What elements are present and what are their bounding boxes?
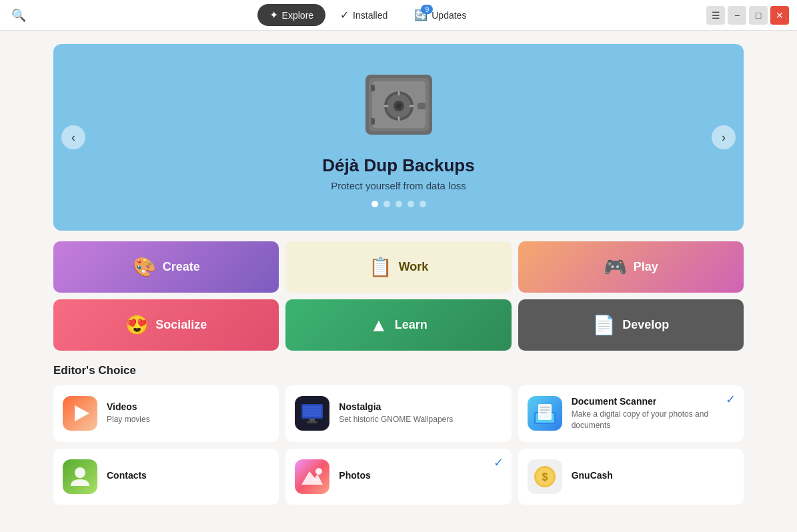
app-info-gnucash: GnuCash bbox=[572, 470, 734, 483]
play-icon: 🎮 bbox=[604, 256, 627, 278]
svg-rect-20 bbox=[303, 415, 321, 416]
updates-tab[interactable]: 🔄 9 Updates bbox=[402, 4, 478, 26]
app-name-contacts: Contacts bbox=[107, 470, 269, 481]
close-button[interactable]: ✕ bbox=[770, 6, 789, 25]
svg-rect-28 bbox=[540, 412, 547, 413]
titlebar-right: ☰ − □ ✕ bbox=[706, 6, 789, 25]
app-info-contacts: Contacts bbox=[107, 470, 269, 483]
dot-4[interactable] bbox=[408, 201, 414, 207]
titlebar-center: ✦ Explore ✓ Installed 🔄 9 Updates bbox=[257, 4, 479, 26]
app-icon-gnucash: $ bbox=[528, 459, 562, 494]
installed-tab[interactable]: ✓ Installed bbox=[328, 4, 400, 26]
app-card-videos[interactable]: Videos Play movies bbox=[53, 385, 279, 442]
svg-rect-18 bbox=[303, 409, 321, 411]
svg-rect-19 bbox=[303, 412, 321, 413]
hero-subtitle: Protect yourself from data loss bbox=[331, 180, 466, 191]
apps-grid: Videos Play movies bbox=[53, 385, 744, 505]
app-name-photos: Photos bbox=[339, 470, 502, 481]
category-learn[interactable]: ▲ Learn bbox=[285, 299, 511, 351]
hero-next-button[interactable]: › bbox=[712, 125, 736, 149]
app-name-nostalgia: Nostalgia bbox=[339, 401, 502, 412]
app-icon-contacts bbox=[63, 459, 97, 494]
dot-3[interactable] bbox=[395, 201, 402, 207]
svg-rect-26 bbox=[540, 407, 550, 408]
app-desc-docscanner: Make a digital copy of your photos and d… bbox=[572, 409, 734, 431]
app-desc-videos: Play movies bbox=[107, 414, 269, 425]
app-icon-docscanner bbox=[528, 396, 562, 431]
updates-badge-wrap: 🔄 9 bbox=[414, 9, 428, 21]
app-desc-nostalgia: Set historic GNOME Wallpapers bbox=[339, 414, 502, 425]
hero-dots bbox=[371, 201, 426, 207]
category-work[interactable]: 📋 Work bbox=[285, 241, 511, 293]
dot-2[interactable] bbox=[383, 201, 390, 207]
app-info-photos: Photos bbox=[339, 470, 502, 483]
menu-button[interactable]: ☰ bbox=[706, 6, 725, 25]
editors-choice-title: Editor's Choice bbox=[53, 364, 744, 377]
category-develop[interactable]: 📄 Develop bbox=[518, 299, 744, 351]
category-play[interactable]: 🎮 Play bbox=[518, 241, 744, 293]
hero-prev-button[interactable]: ‹ bbox=[61, 125, 85, 149]
dot-1[interactable] bbox=[371, 201, 378, 207]
app-card-nostalgia[interactable]: Nostalgia Set historic GNOME Wallpapers bbox=[285, 385, 511, 442]
app-name-docscanner: Document Scanner bbox=[572, 396, 734, 407]
app-name-gnucash: GnuCash bbox=[572, 470, 734, 481]
app-card-gnucash[interactable]: $ GnuCash bbox=[518, 449, 744, 505]
svg-marker-14 bbox=[75, 405, 89, 421]
create-icon: 🎨 bbox=[133, 256, 156, 278]
work-label: Work bbox=[399, 260, 429, 274]
main-content: ‹ Déjà Dup Backups Prote bbox=[0, 31, 797, 532]
updates-badge: 9 bbox=[421, 5, 433, 14]
svg-point-6 bbox=[396, 103, 402, 109]
explore-tab[interactable]: ✦ Explore bbox=[257, 4, 325, 26]
app-icon-photos bbox=[295, 459, 329, 494]
installed-check-photos: ✓ bbox=[494, 455, 504, 470]
category-create[interactable]: 🎨 Create bbox=[53, 241, 279, 293]
svg-rect-27 bbox=[540, 409, 550, 411]
installed-label: Installed bbox=[353, 10, 387, 21]
titlebar: 🔍 ✦ Explore ✓ Installed 🔄 9 Updates ☰ − … bbox=[0, 0, 797, 31]
learn-icon: ▲ bbox=[369, 315, 388, 336]
app-card-contacts[interactable]: Contacts ✓ bbox=[53, 449, 279, 505]
svg-rect-11 bbox=[418, 103, 426, 109]
titlebar-left: 🔍 bbox=[8, 5, 29, 26]
categories-grid: 🎨 Create 📋 Work 🎮 Play 😍 Socialize ▲ Lea… bbox=[53, 241, 744, 351]
svg-text:$: $ bbox=[542, 471, 548, 483]
svg-rect-17 bbox=[303, 407, 321, 408]
socialize-label: Socialize bbox=[155, 318, 207, 332]
dot-5[interactable] bbox=[420, 201, 426, 207]
app-name-videos: Videos bbox=[107, 401, 269, 412]
develop-label: Develop bbox=[622, 318, 669, 332]
svg-rect-13 bbox=[371, 118, 375, 125]
app-card-docscanner[interactable]: Document Scanner Make a digital copy of … bbox=[518, 385, 744, 442]
explore-label: Explore bbox=[282, 10, 313, 21]
category-socialize[interactable]: 😍 Socialize bbox=[53, 299, 279, 351]
svg-point-29 bbox=[75, 467, 85, 478]
search-button[interactable]: 🔍 bbox=[8, 5, 29, 26]
socialize-icon: 😍 bbox=[125, 314, 149, 336]
updates-label: Updates bbox=[432, 10, 466, 21]
svg-rect-22 bbox=[307, 421, 317, 423]
installed-icon: ✓ bbox=[340, 9, 349, 21]
app-info-nostalgia: Nostalgia Set historic GNOME Wallpapers bbox=[339, 401, 502, 425]
svg-rect-12 bbox=[371, 85, 375, 91]
maximize-button[interactable]: □ bbox=[749, 6, 768, 25]
svg-point-31 bbox=[315, 468, 322, 475]
app-info-videos: Videos Play movies bbox=[107, 401, 269, 425]
play-label: Play bbox=[634, 260, 658, 274]
app-icon-videos bbox=[63, 396, 97, 431]
installed-check-docscanner: ✓ bbox=[726, 392, 736, 407]
work-icon: 📋 bbox=[369, 256, 392, 278]
explore-icon: ✦ bbox=[269, 9, 278, 21]
learn-label: Learn bbox=[395, 318, 428, 332]
app-info-docscanner: Document Scanner Make a digital copy of … bbox=[572, 396, 734, 431]
hero-banner: ‹ Déjà Dup Backups Prote bbox=[53, 44, 744, 231]
develop-icon: 📄 bbox=[592, 314, 616, 336]
app-card-photos[interactable]: Photos ✓ bbox=[285, 449, 511, 505]
create-label: Create bbox=[163, 260, 200, 274]
app-icon-nostalgia bbox=[295, 396, 329, 431]
hero-app-icon bbox=[359, 65, 439, 145]
minimize-button[interactable]: − bbox=[728, 6, 746, 25]
hero-title: Déjà Dup Backups bbox=[322, 155, 474, 176]
